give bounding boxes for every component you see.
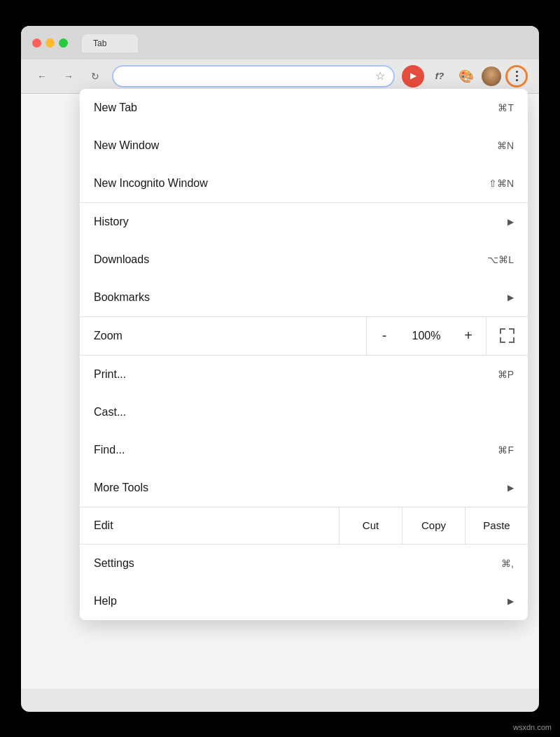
menu-item-settings-shortcut: ⌘, [501,558,514,569]
more-menu-button[interactable] [505,65,528,87]
menu-item-cast[interactable]: Cast... [80,393,528,431]
tab-bar: Tab [82,34,138,52]
menu-item-bookmarks-label: Bookmarks [94,291,150,304]
menu-item-new-window-shortcut: ⌘N [497,140,514,151]
traffic-lights [32,38,68,48]
zoom-label-text: Zoom [94,330,122,342]
three-dots-icon [516,71,518,81]
address-bar[interactable]: ☆ [112,65,395,87]
back-button[interactable]: ← [32,66,52,86]
fullscreen-icon [500,328,515,344]
avatar-image [482,66,501,86]
menu-item-more-tools[interactable]: More Tools ▶ [80,469,528,507]
menu-item-downloads[interactable]: Downloads ⌥⌘L [80,241,528,279]
menu-item-new-tab[interactable]: New Tab ⌘T [80,89,528,127]
extension-icon-1[interactable]: ▶ [402,65,424,87]
menu-item-downloads-label: Downloads [94,253,149,266]
menu-item-help-label: Help [94,595,117,608]
toolbar-icons: ▶ f? 🎨 [402,65,528,87]
reload-button[interactable]: ↻ [85,66,105,86]
chrome-menu: New Tab ⌘T New Window ⌘N New Incognito W… [80,89,528,620]
help-arrow-icon: ▶ [507,596,514,606]
menu-item-bookmarks[interactable]: Bookmarks ▶ [80,279,528,316]
extension-icon-2[interactable]: f? [428,65,451,87]
copy-button[interactable]: Copy [402,507,465,544]
menu-item-find-shortcut: ⌘F [498,444,514,456]
more-tools-arrow-icon: ▶ [507,483,514,493]
menu-item-new-incognito-shortcut: ⇧⌘N [489,178,514,189]
minimize-button[interactable] [46,38,55,48]
zoom-out-button[interactable]: - [367,317,402,355]
cut-button[interactable]: Cut [339,507,402,544]
menu-item-new-window-label: New Window [94,139,159,152]
browser-chrome: Tab [21,26,539,59]
zoom-label[interactable]: Zoom [80,317,366,355]
menu-item-find-label: Find... [94,444,125,456]
menu-item-help[interactable]: Help ▶ [80,582,528,620]
bookmarks-arrow-icon: ▶ [507,293,514,302]
menu-item-settings-label: Settings [94,557,134,570]
zoom-value: 100% [402,330,451,342]
menu-item-history[interactable]: History ▶ [80,203,528,241]
extension-icon-3[interactable]: 🎨 [455,65,477,87]
menu-item-new-tab-label: New Tab [94,101,137,114]
watermark: wsxdn.com [513,723,552,731]
maximize-button[interactable] [59,38,68,48]
zoom-row: Zoom - 100% + [80,317,528,355]
menu-item-more-tools-label: More Tools [94,482,148,494]
history-arrow-icon: ▶ [507,217,514,227]
menu-item-new-tab-shortcut: ⌘T [498,102,514,113]
menu-item-cast-label: Cast... [94,406,126,419]
menu-item-print-shortcut: ⌘P [498,369,514,380]
bookmark-icon[interactable]: ☆ [375,69,385,83]
forward-button[interactable]: → [59,66,78,86]
zoom-in-button[interactable]: + [451,317,486,355]
menu-item-downloads-shortcut: ⌥⌘L [487,254,514,265]
menu-item-new-window[interactable]: New Window ⌘N [80,127,528,164]
menu-item-find[interactable]: Find... ⌘F [80,431,528,469]
edit-row: Edit Cut Copy Paste [80,507,528,545]
paste-button[interactable]: Paste [465,507,528,544]
close-button[interactable] [32,38,41,48]
menu-item-new-incognito-label: New Incognito Window [94,177,208,190]
menu-item-print[interactable]: Print... ⌘P [80,356,528,393]
browser-window: Tab ← → ↻ ☆ ▶ f? 🎨 [21,26,539,712]
menu-item-history-label: History [94,216,129,228]
menu-item-print-label: Print... [94,368,126,381]
zoom-controls: - 100% + [366,317,486,355]
menu-item-settings[interactable]: Settings ⌘, [80,545,528,582]
edit-label: Edit [80,507,339,544]
browser-tab[interactable]: Tab [82,34,138,52]
menu-item-new-incognito[interactable]: New Incognito Window ⇧⌘N [80,164,528,202]
fullscreen-button[interactable] [486,317,528,355]
avatar[interactable] [482,66,501,86]
